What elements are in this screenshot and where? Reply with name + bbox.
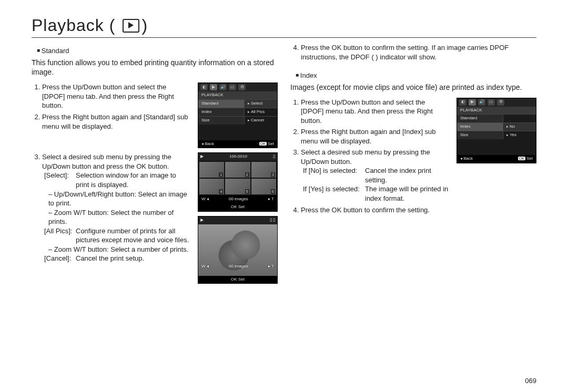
menu-size: Size	[457, 131, 503, 139]
ok-badge: OK	[231, 204, 237, 209]
ok-badge: OK	[231, 277, 237, 282]
text-yes: The image will be printed in index forma…	[365, 184, 449, 203]
menu-yes: Yes	[510, 132, 516, 137]
menu-size: Size	[198, 116, 244, 125]
tab-icon: ◐	[459, 99, 466, 106]
left-column: Standard This function allows you to emb…	[32, 43, 278, 288]
camera-screen-standard-menu: ◐ ▶ 🔊 ▭ ⚙ PLAYBACK Standard▸Select Index…	[198, 82, 278, 148]
menu-no: No	[510, 124, 515, 129]
thumb-2: 2	[225, 162, 250, 178]
right-step-3: Select a desired sub menu by pressing th…	[301, 148, 449, 203]
playback-icon	[120, 19, 141, 33]
menu-index: Index	[457, 122, 503, 131]
text-cancel: Cancel the print setup.	[76, 254, 144, 263]
thumb-6: 6	[251, 179, 276, 194]
menu-standard: Standard	[457, 114, 503, 122]
text-select: Selection window for an image to print i…	[76, 171, 190, 189]
menu-cancel: Cancel	[251, 118, 264, 122]
playback-tab-icon: ▶	[210, 84, 217, 90]
thumb-4: 4	[199, 179, 224, 194]
photo-preview: W ◂00 images▸ T	[198, 224, 277, 276]
page-number: 069	[525, 377, 536, 385]
set-label: Set	[238, 204, 245, 209]
heading-index: Index	[296, 71, 536, 80]
text-allpics-sub1: Zoom W/T button: Select a number of prin…	[54, 245, 189, 253]
intro-index: Images (except for movie clips and voice…	[290, 82, 536, 92]
footer-ok: OKSet	[259, 141, 274, 147]
label-cancel: [Cancel]:	[44, 254, 76, 263]
menu-standard: Standard	[198, 99, 244, 108]
label-select: [Select]:	[44, 171, 76, 189]
menu-select: Select	[251, 101, 262, 106]
text-no: Cancel the index print setting.	[365, 166, 449, 184]
camera-screen-thumbnails: ▶100-0010▯ 1 2 3 4 5 6 W ◂00 images▸ T O…	[198, 152, 278, 211]
page-title: Playback (	[32, 16, 115, 35]
text-select-sub2: Zoom W/T button: Select the number of pr…	[48, 209, 174, 226]
right-step-4-top: Press the OK button to confirm the setti…	[301, 43, 536, 61]
set-label: Set	[238, 277, 245, 282]
tab-icon: ◐	[200, 84, 208, 90]
settings-tab-icon: ⚙	[497, 99, 504, 106]
intro-standard: This function allows you to embed printi…	[32, 58, 278, 78]
left-step-2: Press the Right button again and [Standa…	[42, 112, 190, 131]
label-yes: If [Yes] is selected:	[303, 184, 365, 203]
battery-icon: ▯ ▯	[270, 218, 275, 223]
left-step-1: Press the Up/Down button and select the …	[42, 82, 190, 110]
playback-tab-icon: ▶	[469, 99, 476, 106]
playback-icon-small: ▶	[200, 218, 204, 223]
footer-back: ◂ Back	[201, 141, 214, 147]
display-tab-icon: ▭	[488, 99, 495, 106]
images-count: 00 images	[229, 197, 248, 202]
sound-tab-icon: 🔊	[478, 99, 485, 106]
thumb-5: 5	[225, 179, 250, 194]
menu-title: PLAYBACK	[457, 107, 536, 115]
camera-screen-photo: ▶▯ ▯ W ◂00 images▸ T OK Set	[198, 216, 278, 284]
right-step-4: Press the OK button to confirm the setti…	[301, 205, 449, 215]
battery-icon: ▯	[273, 154, 275, 160]
footer-back: ◂ Back	[460, 156, 473, 162]
thumb-1: 1	[199, 162, 224, 178]
label-no: If [No] is selected:	[303, 166, 365, 184]
sound-tab-icon: 🔊	[219, 84, 227, 90]
menu-allpics: All Pics	[251, 109, 265, 114]
thumb-3: 3	[251, 162, 276, 178]
text-allpics: Configure number of prints for all pictu…	[76, 226, 190, 245]
label-allpics: [All Pics]:	[44, 226, 76, 245]
heading-standard: Standard	[37, 46, 278, 56]
playback-icon-small: ▶	[200, 154, 204, 160]
footer-ok: OKSet	[518, 156, 533, 162]
right-column: Press the OK button to confirm the setti…	[290, 43, 536, 288]
right-step-2: Press the Right button again and [Index]…	[301, 127, 449, 146]
display-tab-icon: ▭	[229, 84, 236, 90]
right-step-1: Press the Up/Down button and select the …	[301, 98, 449, 126]
camera-screen-index-menu: ◐ ▶ 🔊 ▭ ⚙ PLAYBACK Standard Index▸No Siz…	[457, 98, 536, 163]
zoom-w: W	[201, 197, 206, 201]
text-select-sub1: Up/Down/Left/Right button: Select an ima…	[48, 190, 187, 208]
menu-title: PLAYBACK	[198, 91, 277, 99]
settings-tab-icon: ⚙	[238, 84, 246, 90]
image-counter: 100-0010	[229, 154, 247, 160]
left-step-3: Select a desired sub menu by pressing th…	[42, 152, 190, 263]
page-title-row: Playback ( )	[32, 16, 536, 38]
page-title-close: )	[141, 16, 148, 35]
zoom-t: T	[271, 197, 274, 201]
menu-index: Index	[198, 108, 244, 116]
